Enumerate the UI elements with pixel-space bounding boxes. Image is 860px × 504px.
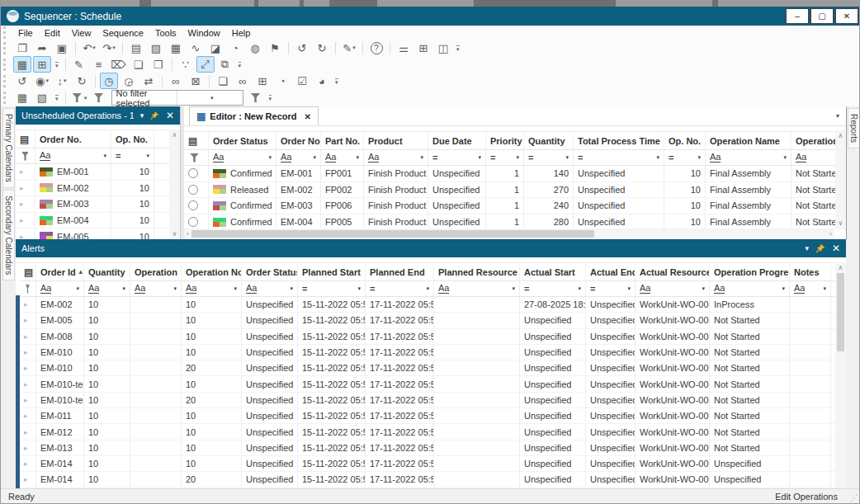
send-time-icon[interactable]: ⇄ (139, 73, 158, 89)
sort-numeric-icon[interactable]: ↕▾ (53, 73, 71, 89)
hide-small-icon[interactable]: ∵ (177, 56, 195, 73)
table-row[interactable]: ▸EM-0111010Unspecified15-11-2022 05:5117… (20, 408, 846, 424)
row-select-radio[interactable] (188, 168, 198, 178)
column-header-priority[interactable]: Priority (486, 132, 524, 149)
table-row[interactable]: ▸EM-0121010Unspecified15-11-2022 05:5117… (20, 424, 846, 440)
filter-cell-total-process-time[interactable]: =▾ (574, 150, 664, 165)
maximize-button[interactable]: ▢ (810, 8, 834, 24)
filter-cell-actual-start[interactable]: =▾ (520, 281, 586, 296)
menu-edit[interactable]: Edit (39, 26, 66, 40)
expander-icon[interactable]: ▸ (24, 396, 28, 404)
calendar-lock-icon[interactable]: ▦ (13, 90, 31, 106)
filter-cell-planned-start[interactable]: =▾ (298, 281, 366, 296)
table-row[interactable]: ▸EM-00110 (16, 164, 180, 181)
side-tab-secondary-calendars[interactable]: Secondary Calendars (2, 190, 15, 280)
table-row[interactable]: ▸EM-00410 (16, 213, 180, 229)
route-refresh-icon[interactable]: ↻ (313, 40, 331, 56)
table-row[interactable]: ConfirmedEM-003FP006Finish Product 6Unsp… (184, 198, 846, 214)
schedule-board-icon[interactable]: ▤ (127, 40, 145, 56)
table-sum-icon[interactable]: ⊞ (33, 56, 51, 73)
clock-check-icon[interactable]: ◷ (100, 73, 118, 89)
tab-editor-new-record[interactable]: ▦ Editor : New Record ✕ (189, 106, 319, 125)
resize-icon[interactable]: ⤢ (196, 56, 215, 73)
column-header-planned-start[interactable]: Planned Start (298, 263, 366, 280)
grid-edit-icon[interactable]: ⊞ (414, 40, 432, 56)
filter-clear-icon[interactable] (247, 90, 265, 106)
expander-icon[interactable]: ▸ (20, 233, 24, 239)
expander-icon[interactable]: ▸ (20, 184, 24, 192)
expander-icon[interactable]: ▸ (20, 216, 24, 224)
panel-dropdown-icon[interactable]: ▾ (140, 111, 144, 120)
filter-cell-order-id[interactable]: Aa▾ (36, 281, 84, 296)
table-row[interactable]: ▸EM-0141020Unspecified15-11-2022 05:5117… (20, 472, 846, 488)
table-icon[interactable]: ▦ (13, 56, 31, 73)
chart-report-icon[interactable]: ◪ (206, 40, 224, 56)
toolbar-overflow-icon[interactable]: ▾ (335, 78, 338, 84)
menu-tools[interactable]: Tools (149, 26, 182, 40)
filter-cell-operation-no[interactable]: Aa▾ (182, 281, 242, 296)
menu-sequence[interactable]: Sequence (97, 26, 149, 40)
expander-icon[interactable]: ▸ (24, 364, 28, 372)
column-header-product[interactable]: Product (364, 132, 428, 149)
expander-icon[interactable]: ▸ (24, 428, 28, 436)
chart-pie-icon[interactable]: ◕ (313, 73, 331, 89)
resize-grip[interactable]: ⋰ (850, 493, 858, 502)
column-header-operation-progress[interactable]: Operation Progress (710, 263, 790, 280)
route-up-icon[interactable]: ↺ (293, 40, 311, 56)
export-icon[interactable]: ➦ (33, 40, 51, 56)
minimize-button[interactable]: – (786, 8, 809, 24)
toolbar-grip[interactable] (3, 59, 9, 71)
menubar-grip[interactable] (3, 26, 9, 39)
window-grid-icon[interactable]: ◫ (434, 40, 452, 56)
row-select-radio[interactable] (188, 200, 198, 210)
table-row[interactable]: ▸EM-0141010Unspecified15-11-2022 05:5117… (20, 456, 846, 472)
column-header-order-no-[interactable]: Order No. (35, 130, 111, 148)
filter-cell-operation-name[interactable]: Aa▾ (706, 150, 791, 165)
column-header-operation[interactable]: Operation (130, 263, 182, 280)
column-header-planned-end[interactable]: Planned End (366, 263, 434, 280)
alerts-close-icon[interactable]: ✕ (832, 243, 840, 254)
table-row[interactable]: ▸EM-0051010Unspecified15-11-2022 05:5117… (20, 313, 846, 328)
menu-file[interactable]: File (12, 26, 39, 40)
table-row[interactable]: ReleasedEM-002FP002Finish Product 2Unspe… (184, 182, 846, 199)
table-row[interactable]: ▸EM-0021010Unspecified15-11-2022 05:5117… (20, 297, 846, 313)
chart-line-icon[interactable]: ∿ (187, 40, 205, 56)
pencil-icon[interactable]: ✎ (70, 56, 88, 73)
expander-icon[interactable]: ▸ (20, 167, 24, 176)
filter-cell-op-no-[interactable]: =▾ (111, 148, 154, 163)
filter-cell-operation-progress[interactable]: Aa▾ (710, 281, 790, 296)
table-row[interactable]: ▸EM-00210 (16, 181, 180, 197)
expander-icon[interactable]: ▸ (24, 475, 28, 483)
copy-add-icon[interactable]: ❏ (130, 56, 148, 73)
filter-cell-actual-resource[interactable]: Aa▾ (636, 281, 710, 296)
filter-cell-op-no-[interactable]: =▾ (664, 150, 706, 165)
filter-cell-part-no-[interactable]: Aa▾ (321, 150, 364, 165)
column-header-actual-end[interactable]: Actual End (586, 263, 636, 280)
table-row[interactable]: ▸EM-00510 (16, 228, 180, 239)
link-icon[interactable]: ∞ (167, 73, 185, 89)
grid-check-icon[interactable]: ☑ (293, 73, 311, 89)
column-header-order-id[interactable]: Order Id▴ (36, 263, 84, 280)
column-header-quantity[interactable]: Quantity (524, 132, 574, 149)
column-header-operation-no[interactable]: Operation No (182, 263, 242, 280)
filter-cell-priority[interactable]: =▾ (486, 150, 524, 165)
table-view-icon[interactable]: ▦ (167, 40, 185, 56)
expander-icon[interactable]: ▸ (24, 316, 28, 324)
delete-icon[interactable]: ⌦ (110, 56, 128, 73)
column-header-actual-resource[interactable]: Actual Resource (636, 263, 710, 280)
unscheduled-vscrollbar[interactable]: ∧∨ (169, 130, 180, 239)
alerts-vscrollbar[interactable]: ∧ (835, 262, 846, 488)
help-icon[interactable]: ? (367, 40, 385, 56)
play-circle-icon[interactable]: ◉▾ (33, 73, 51, 89)
grid-refresh-icon[interactable]: ⊞ (253, 73, 272, 89)
column-header-order-status[interactable]: Order Status (242, 263, 298, 280)
editor-tab-close-icon[interactable]: ✕ (304, 112, 310, 121)
row-select-radio[interactable] (188, 185, 198, 195)
column-header-part-no-[interactable]: Part No. (321, 132, 364, 149)
globe-icon[interactable]: ◍ (246, 40, 264, 56)
filter-cell-order-status[interactable]: Aa▾ (242, 281, 298, 296)
reschedule-icon[interactable]: ↻ (73, 73, 91, 89)
column-header-actual-start[interactable]: Actual Start (520, 263, 586, 280)
table-row[interactable]: ▸EM-0081010Unspecified15-11-2022 05:5117… (20, 329, 846, 345)
expander-icon[interactable]: ▸ (24, 444, 28, 452)
